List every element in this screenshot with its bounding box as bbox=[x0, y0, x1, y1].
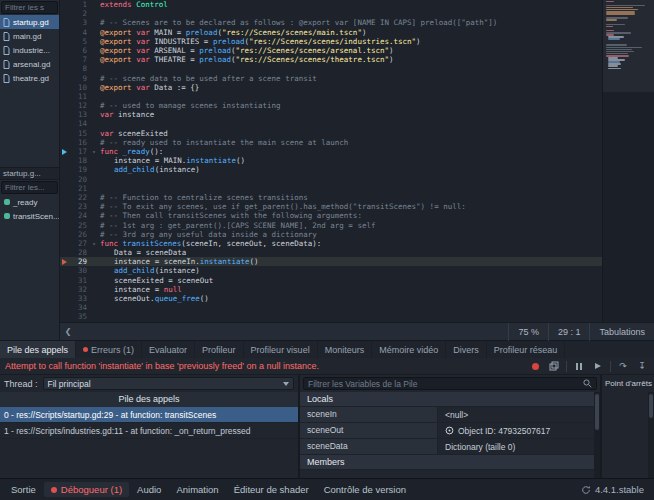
bottom-bar-item[interactable]: Débogueur (1) bbox=[44, 482, 129, 497]
gutter-line-number[interactable]: 27 bbox=[60, 239, 90, 248]
gutter-line-number[interactable]: 25 bbox=[60, 221, 90, 230]
gutter-line-number[interactable]: 22 bbox=[60, 193, 90, 202]
code-line[interactable]: 30add_child(instance) bbox=[60, 266, 654, 275]
gutter-line-number[interactable]: 11 bbox=[60, 92, 90, 101]
variables-section-header[interactable]: Members bbox=[300, 455, 600, 470]
gutter-line-number[interactable]: 24 bbox=[60, 211, 90, 220]
code-line[interactable]: 13var instance bbox=[60, 110, 654, 119]
gutter-line-number[interactable]: 4 bbox=[60, 28, 90, 37]
chevron-left-icon[interactable]: ❮ bbox=[60, 327, 76, 336]
gutter-line-number[interactable]: 30 bbox=[60, 266, 90, 275]
code-line[interactable]: 27▾func transitScenes(sceneIn, sceneOut,… bbox=[60, 239, 654, 248]
bottom-bar-item[interactable]: Contrôle de version bbox=[317, 482, 413, 497]
callstack-row[interactable]: 0 - res://Scripts/startup.gd:29 - at fun… bbox=[0, 407, 298, 423]
code-line[interactable]: 33sceneOut.queue_free() bbox=[60, 294, 654, 303]
break-button[interactable] bbox=[572, 360, 586, 373]
bottom-bar-item[interactable]: Sortie bbox=[4, 482, 43, 497]
variables-section-header[interactable]: Locals bbox=[300, 392, 600, 407]
debugger-tab[interactable]: Erreurs (1) bbox=[76, 341, 142, 358]
code-line[interactable]: 31sceneExited = sceneOut bbox=[60, 276, 654, 285]
version-button[interactable]: 4.4.1.stable bbox=[575, 484, 650, 495]
code-line[interactable]: 34 bbox=[60, 303, 654, 312]
variable-row[interactable]: sceneIn<null> bbox=[300, 407, 600, 423]
variable-row[interactable]: sceneDataDictionary (taille 0) bbox=[300, 439, 600, 455]
code-line[interactable]: 32instance = null bbox=[60, 285, 654, 294]
breakpoints-scrollbar[interactable] bbox=[648, 392, 654, 478]
code-line[interactable]: 9# -- scene data to be used after a scen… bbox=[60, 74, 654, 83]
zoom-level[interactable]: 75 % bbox=[508, 323, 548, 341]
gutter-line-number[interactable]: 34 bbox=[60, 303, 90, 312]
gutter-line-number[interactable]: 16 bbox=[60, 138, 90, 147]
gutter-line-number[interactable]: 2 bbox=[60, 9, 90, 18]
script-item[interactable]: theatre.gd bbox=[0, 71, 59, 85]
code-line[interactable]: 18instance = MAIN.instantiate() bbox=[60, 156, 654, 165]
gutter-line-number[interactable]: 32 bbox=[60, 285, 90, 294]
debugger-tab[interactable]: Evaluator bbox=[142, 341, 195, 358]
variable-value[interactable]: Dictionary (taille 0) bbox=[438, 439, 600, 454]
gutter-line-number[interactable]: 9 bbox=[60, 74, 90, 83]
code-line[interactable]: 19add_child(instance) bbox=[60, 165, 654, 174]
debugger-tab[interactable]: Divers bbox=[446, 341, 487, 358]
step-into-button[interactable]: ↧ bbox=[635, 360, 649, 373]
code-line[interactable]: 35 bbox=[60, 312, 654, 321]
script-item[interactable]: industrie... bbox=[0, 43, 59, 57]
code-line[interactable]: 20 bbox=[60, 175, 654, 184]
variable-row[interactable]: sceneOutObject ID: 47932507617 bbox=[300, 423, 600, 439]
gutter-line-number[interactable]: 1 bbox=[60, 0, 90, 9]
gutter-line-number[interactable]: 33 bbox=[60, 294, 90, 303]
variables-scrollbar[interactable] bbox=[594, 392, 600, 478]
callstack-row[interactable]: 1 - res://Scripts/industries.gd:11 - at … bbox=[0, 423, 298, 439]
gutter-line-number[interactable]: 12 bbox=[60, 101, 90, 110]
code-line[interactable]: 7@export var THEATRE = preload("res://Sc… bbox=[60, 55, 654, 64]
script-item[interactable]: startup.gd bbox=[0, 15, 59, 29]
gutter-line-number[interactable]: 20 bbox=[60, 175, 90, 184]
bottom-bar-item[interactable]: Audio bbox=[130, 482, 168, 497]
debugger-tab[interactable]: Mémoire vidéo bbox=[372, 341, 446, 358]
gutter-line-number[interactable]: 6 bbox=[60, 46, 90, 55]
code-line[interactable]: 24# -- Then call transitScenes with the … bbox=[60, 211, 654, 220]
code-line[interactable]: 1extends Control bbox=[60, 0, 654, 9]
variable-value[interactable]: Object ID: 47932507617 bbox=[438, 423, 600, 438]
code-line[interactable]: 10@export var Data := {} bbox=[60, 83, 654, 92]
scripts-filter-input[interactable]: Filtrer les s bbox=[1, 1, 58, 14]
code-line[interactable]: 22# -- Function to centralize scenes tra… bbox=[60, 193, 654, 202]
gutter-line-number[interactable]: 23 bbox=[60, 202, 90, 211]
gutter-line-number[interactable]: 14 bbox=[60, 119, 90, 128]
bottom-bar-item[interactable]: Animation bbox=[169, 482, 225, 497]
code-line[interactable]: 11 bbox=[60, 92, 654, 101]
code-line[interactable]: 25# -- 1st arg : get_parent().[CAPS SCEN… bbox=[60, 221, 654, 230]
copy-error-button[interactable] bbox=[547, 360, 561, 373]
code-line[interactable]: 5@export var INDUSTRIES = preload("res:/… bbox=[60, 37, 654, 46]
gutter-line-number[interactable]: 31 bbox=[60, 276, 90, 285]
minimap-viewport[interactable] bbox=[603, 0, 654, 92]
gutter-line-number[interactable]: 19 bbox=[60, 165, 90, 174]
caret-position[interactable]: 29 : 1 bbox=[548, 323, 590, 341]
debugger-tab[interactable]: Moniteurs bbox=[318, 341, 373, 358]
code-line[interactable]: 14 bbox=[60, 119, 654, 128]
code-area[interactable]: 1extends Control23# -- Scenes are to be … bbox=[60, 0, 654, 322]
code-line[interactable]: 2 bbox=[60, 9, 654, 18]
gutter-line-number[interactable]: 5 bbox=[60, 37, 90, 46]
code-line[interactable]: 29instance = sceneIn.instantiate() bbox=[60, 257, 654, 266]
gutter-line-number[interactable]: 15 bbox=[60, 129, 90, 138]
indent-mode[interactable]: Tabulations bbox=[589, 323, 654, 341]
gutter-line-number[interactable]: 3 bbox=[60, 18, 90, 27]
code-line[interactable]: 3# -- Scenes are to be declared as follo… bbox=[60, 18, 654, 27]
gutter-line-number[interactable]: 13 bbox=[60, 110, 90, 119]
code-line[interactable]: 26# -- 3rd arg any useful data inside a … bbox=[60, 230, 654, 239]
gutter-line-number[interactable]: 21 bbox=[60, 184, 90, 193]
member-item[interactable]: _ready bbox=[0, 195, 59, 209]
continue-button[interactable] bbox=[591, 360, 605, 373]
debugger-tab[interactable]: Pile des appels bbox=[0, 341, 76, 358]
step-over-button[interactable]: ↷ bbox=[616, 360, 630, 373]
gutter-line-number[interactable]: 18 bbox=[60, 156, 90, 165]
debugger-tab[interactable]: Profileur réseau bbox=[487, 341, 566, 358]
variable-value[interactable]: <null> bbox=[438, 407, 600, 422]
script-item[interactable]: main.gd bbox=[0, 29, 59, 43]
gutter-line-number[interactable]: 28 bbox=[60, 248, 90, 257]
variables-filter-input[interactable]: Filtrer les Variables de la Pile bbox=[303, 377, 597, 390]
code-line[interactable]: 16# -- ready used to instantiate the mai… bbox=[60, 138, 654, 147]
code-line[interactable]: 15var sceneExited bbox=[60, 129, 654, 138]
code-line[interactable]: 28Data = sceneData bbox=[60, 248, 654, 257]
gutter-line-number[interactable]: 26 bbox=[60, 230, 90, 239]
